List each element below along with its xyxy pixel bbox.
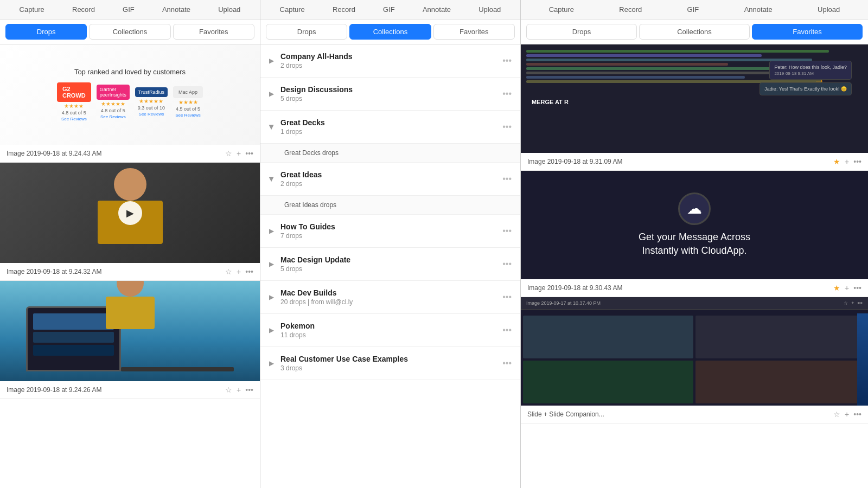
tab-favorites-1[interactable]: Favorites [173, 24, 254, 40]
chevron-icon-8: ▶ [269, 359, 274, 367]
collection-info-6: Mac Dev Builds 20 drops | from will@cl.l… [280, 288, 502, 306]
collection-info-2: Great Decks 1 drops [280, 118, 502, 136]
nav-upload-2[interactable]: Upload [475, 4, 504, 15]
collection-item-3[interactable]: ▶ Great Ideas 2 drops ••• [260, 163, 520, 196]
nav-upload-3[interactable]: Upload [814, 4, 843, 15]
nav-annotate-3[interactable]: Annotate [741, 4, 776, 15]
logo-mac: Mac App [173, 86, 203, 98]
tab-collections-3[interactable]: Collections [639, 24, 750, 40]
drop-image-woman [0, 281, 260, 381]
drop-image-screen: Image 2019-09-17 at 10.37.40 PM ☆ + ••• [521, 297, 868, 406]
star-icon-3[interactable]: ☆ [225, 386, 232, 394]
more-icon-c0[interactable]: ••• [502, 56, 512, 66]
tab-drops-1[interactable]: Drops [5, 24, 87, 40]
nav-capture-2[interactable]: Capture [277, 4, 308, 15]
collection-name-0: Company All-Hands [280, 52, 502, 61]
star-icon-2[interactable]: ☆ [225, 267, 232, 276]
drop-image-cloudapp: ☁ Get your Message Across Instantly with… [521, 171, 868, 279]
collection-meta-3: 2 drops [280, 180, 502, 188]
review-title: Top ranked and loved by customers [74, 68, 186, 76]
nav-gif-3[interactable]: GIF [684, 4, 703, 15]
more-icon-c3[interactable]: ••• [502, 174, 512, 184]
more-icon-c2[interactable]: ••• [502, 122, 512, 132]
drop-image-video: ▶ [0, 163, 260, 263]
great-decks-drops: Great Decks drops [260, 144, 520, 163]
tab-collections-2[interactable]: Collections [349, 24, 431, 40]
tab-favorites-2[interactable]: Favorites [433, 24, 515, 40]
star-icon-f1[interactable]: ★ [833, 157, 840, 166]
collection-item-6[interactable]: ▶ Mac Dev Builds 20 drops | from will@cl… [260, 281, 520, 314]
drop-footer-screen: Slide + Slide Companion... ☆ + ••• [521, 406, 868, 423]
panel-favorites: Capture Record GIF Annotate Upload Drops… [521, 0, 868, 488]
collection-info-1: Design Discussions 5 drops [280, 85, 502, 102]
drop-card-cloudapp: ☁ Get your Message Across Instantly with… [521, 171, 868, 297]
more-icon-c5[interactable]: ••• [502, 259, 512, 269]
tab-collections-1[interactable]: Collections [89, 24, 170, 40]
chevron-icon-3: ▶ [268, 177, 276, 182]
great-decks-drop-1[interactable]: Great Decks drops [260, 144, 520, 163]
collection-item-7[interactable]: ▶ Pokemon 11 drops ••• [260, 314, 520, 347]
great-ideas-drop-1[interactable]: Great Ideas drops [260, 196, 520, 215]
collection-info-5: Mac Design Update 5 drops [280, 255, 502, 273]
drop-card-review: Top ranked and loved by customers G2CROW… [0, 44, 260, 163]
collection-meta-5: 5 drops [280, 265, 502, 273]
drops-content: Top ranked and loved by customers G2CROW… [0, 44, 260, 488]
drop-timestamp-f1: Image 2019-09-18 at 9.31.09 AM [527, 158, 622, 165]
nav-annotate-2[interactable]: Annotate [419, 4, 454, 15]
collection-item-8[interactable]: ▶ Real Customer Use Case Examples 3 drop… [260, 347, 520, 380]
tab-favorites-3[interactable]: Favorites [752, 24, 863, 40]
nav-record-3[interactable]: Record [616, 4, 645, 15]
nav-record-1[interactable]: Record [69, 4, 98, 15]
drop-card-code: Peter: How does this look, Jadie? 2019-0… [521, 44, 868, 171]
collection-item-2[interactable]: ▶ Great Decks 1 drops ••• [260, 111, 520, 144]
add-icon-f2[interactable]: + [845, 284, 849, 292]
play-button[interactable]: ▶ [118, 201, 142, 225]
add-icon-3[interactable]: + [237, 386, 241, 394]
add-icon-f1[interactable]: + [845, 157, 849, 166]
more-icon-c8[interactable]: ••• [502, 358, 512, 368]
tab-drops-3[interactable]: Drops [526, 24, 637, 40]
collection-item-4[interactable]: ▶ How To Guides 7 drops ••• [260, 215, 520, 248]
drop-image-code: Peter: How does this look, Jadie? 2019-0… [521, 44, 868, 153]
star-icon-f2[interactable]: ★ [833, 284, 840, 292]
tab-bar-drops: Drops Collections Favorites [0, 20, 260, 44]
nav-upload-1[interactable]: Upload [215, 4, 244, 15]
nav-annotate-1[interactable]: Annotate [159, 4, 194, 15]
more-icon-c1[interactable]: ••• [502, 89, 512, 99]
tab-drops-2[interactable]: Drops [266, 24, 347, 40]
add-icon-1[interactable]: + [237, 149, 241, 158]
more-icon-2[interactable]: ••• [245, 267, 253, 276]
star-icon-1[interactable]: ☆ [225, 149, 232, 158]
drop-card-woman: Image 2019-09-18 at 9.24.26 AM ☆ + ••• [0, 281, 260, 399]
collection-name-4: How To Guides [280, 222, 502, 231]
star-icon-f3[interactable]: ☆ [833, 410, 840, 419]
drop-footer-woman: Image 2019-09-18 at 9.24.26 AM ☆ + ••• [0, 381, 260, 399]
nav-record-2[interactable]: Record [329, 4, 359, 15]
collection-meta-2: 1 drops [280, 128, 502, 136]
nav-gif-1[interactable]: GIF [119, 4, 138, 15]
collection-name-2: Great Decks [280, 118, 502, 127]
nav-gif-2[interactable]: GIF [380, 4, 398, 15]
chevron-icon-2: ▶ [268, 125, 276, 130]
collection-item-5[interactable]: ▶ Mac Design Update 5 drops ••• [260, 248, 520, 281]
more-icon-c7[interactable]: ••• [502, 325, 512, 335]
stars-gartner: ★★★★★ [101, 101, 125, 107]
collection-name-1: Design Discussions [280, 85, 502, 94]
more-icon-1[interactable]: ••• [245, 149, 253, 158]
collection-item-0[interactable]: ▶ Company All-Hands 2 drops ••• [260, 44, 520, 78]
more-icon-c4[interactable]: ••• [502, 226, 512, 236]
more-icon-c6[interactable]: ••• [502, 292, 512, 302]
drop-timestamp-2: Image 2019-09-18 at 9.24.32 AM [7, 268, 101, 275]
nav-capture-1[interactable]: Capture [16, 4, 48, 15]
more-icon-f1[interactable]: ••• [853, 157, 861, 166]
panel-drops: Capture Record GIF Annotate Upload Drops… [0, 0, 260, 488]
drop-timestamp-3: Image 2019-09-18 at 9.24.26 AM [7, 386, 101, 394]
drop-card-screen: Image 2019-09-17 at 10.37.40 PM ☆ + ••• [521, 297, 868, 423]
nav-capture-3[interactable]: Capture [546, 4, 577, 15]
more-icon-f2[interactable]: ••• [853, 284, 861, 292]
collection-item-1[interactable]: ▶ Design Discussions 5 drops ••• [260, 78, 520, 111]
add-icon-f3[interactable]: + [845, 410, 849, 419]
more-icon-3[interactable]: ••• [245, 386, 253, 394]
add-icon-2[interactable]: + [237, 267, 241, 276]
more-icon-f3[interactable]: ••• [853, 410, 861, 419]
